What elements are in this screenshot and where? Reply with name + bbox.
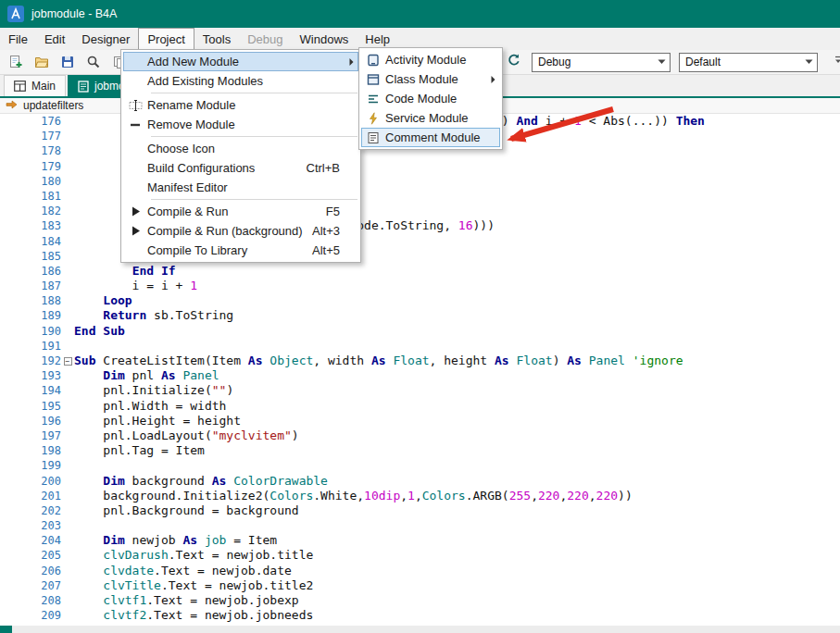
code-text: clvtf1.Text = newjob.jobexp (74, 593, 840, 608)
toolbar-overflow-button[interactable] (834, 54, 840, 70)
code-line[interactable]: 186 End If (0, 264, 840, 279)
code-line[interactable]: 203 (0, 518, 840, 533)
sub-icon (6, 99, 18, 113)
menu-project[interactable]: Project (138, 28, 194, 50)
menu-shortcut: Ctrl+B (307, 161, 353, 175)
code-line[interactable]: 198 pnl.Tag = Item (0, 443, 840, 458)
menu-item-compile-run[interactable]: Compile & RunF5 (123, 202, 358, 221)
new-file-button[interactable] (6, 53, 25, 71)
code-line[interactable]: 202 pnl.Background = background (0, 503, 840, 518)
menu-item-service-module[interactable]: Service Module (361, 108, 500, 128)
line-number: 190 (0, 324, 61, 339)
menu-item-comment-module[interactable]: Comment Module (361, 128, 500, 147)
code-text: Sub CreateListItem(Item As Object, width… (74, 354, 840, 368)
line-number: 199 (0, 458, 61, 473)
open-file-icon (34, 55, 49, 69)
horizontal-scrollbar[interactable] (0, 626, 840, 633)
code-text: Dim background As ColorDrawable (74, 474, 840, 489)
line-number: 180 (0, 174, 61, 189)
code-line[interactable]: 200 Dim background As ColorDrawable (0, 474, 840, 489)
menu-item-remove-module[interactable]: Remove Module (123, 115, 358, 134)
tab-main[interactable]: Main (4, 75, 66, 96)
default-config-dropdown[interactable]: Default (679, 53, 818, 72)
menu-item-label: Choose Icon (147, 142, 353, 155)
menu-item-add-existing-modules[interactable]: Add Existing Modules (123, 71, 358, 91)
code-text: pnl.Height = height (74, 414, 840, 428)
code-text: Dim pnl As Panel (74, 368, 840, 383)
menu-item-label: Comment Module (385, 130, 495, 144)
code-text: i = i + 1 (74, 279, 840, 293)
menu-item-code-module[interactable]: Code Module (361, 89, 500, 108)
menu-item-build-configurations[interactable]: Build ConfigurationsCtrl+B (123, 158, 358, 178)
menu-separator (151, 199, 357, 200)
toolbar-left (6, 50, 129, 74)
code-line[interactable]: 194 pnl.Initialize("") (0, 383, 840, 398)
line-number: 185 (0, 249, 61, 264)
menu-item-label: Build Configurations (147, 161, 307, 175)
menu-item-label: Service Module (385, 111, 495, 125)
menu-file[interactable]: File (0, 28, 36, 50)
menu-designer[interactable]: Designer (73, 28, 138, 50)
code-text: clvDarush.Text = newjob.title (74, 548, 840, 563)
search-button[interactable] (84, 53, 103, 71)
code-line[interactable]: 201 background.Initialize2(Colors.White,… (0, 489, 840, 503)
line-number: 195 (0, 399, 61, 414)
line-number: 192 (0, 354, 61, 368)
line-number: 207 (0, 578, 61, 593)
menu-debug[interactable]: Debug (239, 28, 291, 50)
menu-item-choose-icon[interactable]: Choose Icon (123, 139, 358, 158)
code-line[interactable]: 192−Sub CreateListItem(Item As Object, w… (0, 354, 840, 368)
code-text: pnl.LoadLayout("myclvitem") (74, 428, 840, 443)
line-number: 202 (0, 503, 61, 518)
class-module-icon (361, 73, 385, 86)
menu-item-compile-to-library[interactable]: Compile To LibraryAlt+5 (123, 241, 358, 260)
code-line[interactable]: 187 i = i + 1 (0, 279, 840, 293)
current-sub-label: updatefilters (23, 99, 83, 112)
code-line[interactable]: 209 clvtf2.Text = newjob.jobneeds (0, 608, 840, 623)
line-number: 203 (0, 518, 61, 533)
chevron-down-icon[interactable] (654, 59, 670, 65)
menu-item-compile-run-background[interactable]: Compile & Run (background)Alt+3 (123, 221, 358, 241)
module-submenu: Activity ModuleClass ModuleCode ModuleSe… (358, 47, 503, 150)
menu-edit[interactable]: Edit (36, 28, 73, 50)
menu-tools[interactable]: Tools (194, 28, 239, 50)
remove-icon (123, 118, 147, 131)
line-number: 177 (0, 129, 61, 143)
open-file-button[interactable] (32, 53, 51, 71)
default-config-value: Default (680, 56, 801, 68)
code-line[interactable]: 207 clvTitle.Text = newjob.title2 (0, 578, 840, 593)
code-line[interactable]: 193 Dim pnl As Panel (0, 368, 840, 383)
line-number: 208 (0, 593, 61, 608)
refresh-icon (507, 53, 521, 71)
menu-shortcut: Alt+3 (312, 224, 353, 238)
menu-item-manifest-editor[interactable]: Manifest Editor (123, 178, 358, 197)
code-line[interactable]: 188 Loop (0, 293, 840, 308)
line-number: 179 (0, 159, 61, 174)
line-number: 178 (0, 143, 61, 158)
line-number: 182 (0, 204, 61, 218)
code-line[interactable]: 190End Sub (0, 324, 840, 339)
code-line[interactable]: 199 (0, 458, 840, 473)
fold-collapse-icon[interactable]: − (64, 357, 72, 366)
chevron-down-icon[interactable] (801, 59, 817, 65)
refresh-button[interactable] (505, 53, 523, 71)
window-title: jobmodule - B4A (31, 7, 117, 20)
code-line[interactable]: 195 pnl.Width = width (0, 399, 840, 414)
code-line[interactable]: 206 clvdate.Text = newjob.date (0, 564, 840, 578)
menu-item-label: Compile & Run (background) (147, 224, 312, 238)
menu-item-add-new-module[interactable]: Add New Module (123, 52, 358, 71)
menu-windows[interactable]: Windows (292, 28, 357, 50)
save-button[interactable] (58, 53, 77, 71)
menu-item-rename-module[interactable]: Rename Module (123, 95, 358, 115)
line-number: 181 (0, 189, 61, 204)
code-line[interactable]: 208 clvtf1.Text = newjob.jobexp (0, 593, 840, 608)
code-line[interactable]: 191 (0, 339, 840, 354)
code-line[interactable]: 196 pnl.Height = height (0, 414, 840, 428)
menu-item-class-module[interactable]: Class Module (361, 69, 500, 89)
code-line[interactable]: 197 pnl.LoadLayout("myclvitem") (0, 428, 840, 443)
menu-item-activity-module[interactable]: Activity Module (361, 50, 500, 69)
code-line[interactable]: 189 Return sb.ToString (0, 308, 840, 323)
code-line[interactable]: 204 Dim newjob As job = Item (0, 533, 840, 548)
build-config-dropdown[interactable]: Debug (532, 53, 671, 72)
code-line[interactable]: 205 clvDarush.Text = newjob.title (0, 548, 840, 563)
